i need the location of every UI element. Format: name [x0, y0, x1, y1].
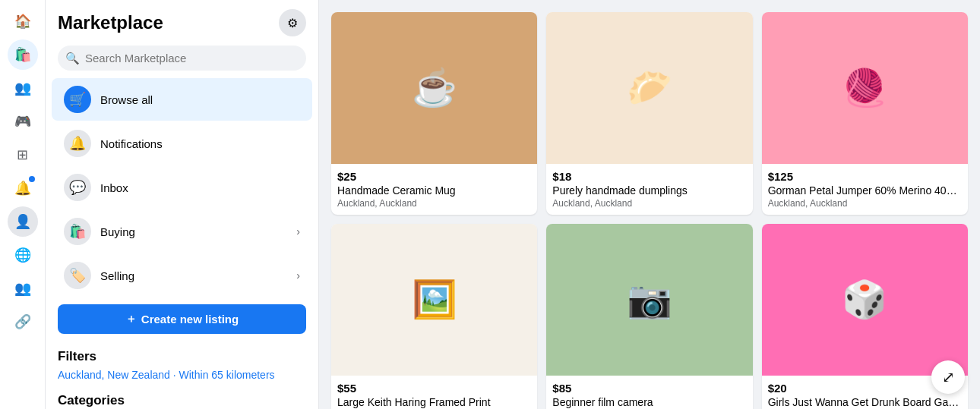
item-price-p4: $55 [337, 382, 531, 395]
item-card-p4[interactable]: 🖼️ $55 Large Keith Haring Framed Print A… [331, 224, 537, 409]
search-icon: 🔍 [65, 52, 80, 65]
left-rail: 🏠 🛍️ 👥 🎮 ⊞ 🔔 👤 🌐 👥 🔗 [0, 0, 46, 409]
categories-section: Categories 🚗 Vehicles [46, 384, 318, 409]
item-info-p1: $25 Handmade Ceramic Mug Auckland, Auckl… [331, 164, 537, 215]
item-image-p6: 🎲 [762, 224, 968, 376]
item-image-p1: ☕ [331, 12, 537, 164]
sidebar: Marketplace ⚙ 🔍 🛒 Browse all 🔔 Notificat… [46, 0, 319, 409]
selling-icon: 🏷️ [64, 262, 91, 289]
inbox-icon: 💬 [64, 174, 91, 201]
nav-item-inbox[interactable]: 💬 Inbox [52, 166, 312, 209]
chevron-icon: › [296, 269, 300, 282]
notification-badge [27, 175, 36, 184]
item-location-p2: Auckland, Auckland [552, 198, 746, 209]
item-location-p3: Auckland, Auckland [768, 198, 962, 209]
item-location-p1: Auckland, Auckland [337, 198, 531, 209]
friends-rail-icon[interactable]: 👥 [8, 73, 38, 103]
item-name-p5: Beginner film camera [552, 396, 746, 408]
marketplace-rail-icon[interactable]: 🛍️ [8, 39, 38, 70]
create-listing-button[interactable]: ＋ Create new listing [58, 304, 306, 334]
browse-all-icon: 🛒 [64, 86, 91, 113]
buying-label: Buying [100, 225, 287, 238]
categories-title: Categories [58, 393, 306, 408]
filter-location[interactable]: Auckland, New Zealand · Within 65 kilome… [58, 369, 306, 381]
notifications-rail-icon[interactable]: 🔔 [8, 173, 38, 203]
inbox-label: Inbox [100, 181, 300, 194]
items-grid: ☕ $25 Handmade Ceramic Mug Auckland, Auc… [331, 12, 968, 409]
browse-all-label: Browse all [100, 93, 300, 106]
link-icon[interactable]: 🔗 [8, 307, 38, 337]
page-title: Marketplace [58, 12, 163, 33]
item-image-p5: 📷 [546, 224, 752, 376]
nav-item-browse-all[interactable]: 🛒 Browse all [52, 78, 312, 121]
nav-item-notifications[interactable]: 🔔 Notifications [52, 122, 312, 165]
item-info-p4: $55 Large Keith Haring Framed Print Auck… [331, 376, 537, 409]
item-name-p2: Purely handmade dumplings [552, 184, 746, 197]
filters-title: Filters [58, 349, 306, 364]
create-listing-label: Create new listing [141, 313, 239, 326]
notifications-icon: 🔔 [64, 130, 91, 157]
item-info-p3: $125 Gorman Petal Jumper 60% Merino 40% … [762, 164, 968, 215]
main-content: ☕ $25 Handmade Ceramic Mug Auckland, Auc… [319, 0, 980, 409]
people-icon[interactable]: 👥 [8, 273, 38, 304]
expand-icon[interactable]: ⤢ [931, 360, 965, 394]
gaming-rail-icon[interactable]: 🎮 [8, 106, 38, 137]
item-name-p6: Girls Just Wanna Get Drunk Board Game [768, 396, 962, 408]
item-card-p2[interactable]: 🥟 $18 Purely handmade dumplings Auckland… [546, 12, 752, 215]
item-image-p2: 🥟 [546, 12, 752, 164]
avatar-icon[interactable]: 👤 [8, 206, 38, 237]
item-price-p2: $18 [552, 170, 746, 183]
gear-icon: ⚙ [287, 16, 298, 30]
search-input[interactable] [58, 46, 306, 71]
sidebar-header: Marketplace ⚙ [46, 9, 318, 42]
buying-icon: 🛍️ [64, 218, 91, 245]
item-price-p5: $85 [552, 382, 746, 395]
item-name-p1: Handmade Ceramic Mug [337, 184, 531, 197]
apps-rail-icon[interactable]: ⊞ [8, 140, 38, 170]
item-info-p5: $85 Beginner film camera Auckland, Auckl… [546, 376, 752, 409]
home-icon[interactable]: 🏠 [8, 6, 38, 36]
search-container: 🔍 [58, 46, 306, 71]
item-image-p4: 🖼️ [331, 224, 537, 376]
nav-item-selling[interactable]: 🏷️ Selling › [52, 254, 312, 297]
item-price-p3: $125 [768, 170, 962, 183]
plus-icon: ＋ [125, 312, 137, 326]
item-card-p5[interactable]: 📷 $85 Beginner film camera Auckland, Auc… [546, 224, 752, 409]
item-image-p3: 🧶 [762, 12, 968, 164]
item-card-p3[interactable]: 🧶 $125 Gorman Petal Jumper 60% Merino 40… [762, 12, 968, 215]
globe-icon[interactable]: 🌐 [8, 240, 38, 270]
nav-item-buying[interactable]: 🛍️ Buying › [52, 210, 312, 253]
nav-items: 🛒 Browse all 🔔 Notifications 💬 Inbox 🛍️ … [46, 77, 318, 298]
gear-button[interactable]: ⚙ [279, 9, 306, 36]
item-card-p1[interactable]: ☕ $25 Handmade Ceramic Mug Auckland, Auc… [331, 12, 537, 215]
filters-section: Filters Auckland, New Zealand · Within 6… [46, 340, 318, 384]
notifications-label: Notifications [100, 137, 300, 150]
chevron-icon: › [296, 225, 300, 238]
item-name-p4: Large Keith Haring Framed Print [337, 396, 531, 408]
item-info-p2: $18 Purely handmade dumplings Auckland, … [546, 164, 752, 215]
item-name-p3: Gorman Petal Jumper 60% Merino 40% Alpac… [768, 184, 962, 197]
selling-label: Selling [100, 269, 287, 282]
item-price-p1: $25 [337, 170, 531, 183]
